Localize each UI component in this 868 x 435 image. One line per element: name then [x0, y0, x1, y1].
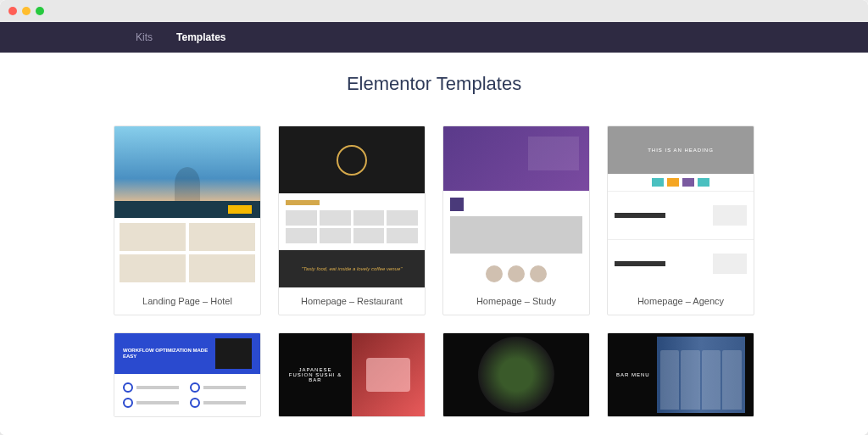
template-card-hotel[interactable]: Landing Page – Hotel	[114, 125, 261, 315]
template-card-restaurant[interactable]: "Tasty food, eat inside a lovely coffee …	[278, 125, 426, 315]
template-card-study[interactable]: Homepage – Study	[442, 125, 590, 315]
template-grid: Landing Page – Hotel "Tasty food, eat in…	[0, 125, 868, 434]
template-thumbnail: "Tasty food, eat inside a lovely coffee …	[279, 126, 425, 287]
template-card-bar[interactable]: BAR MENU	[607, 332, 754, 417]
template-label: Homepage – Agency	[608, 287, 754, 315]
template-card-chef[interactable]: CHEF'S MENU	[442, 332, 590, 417]
template-card-sushi[interactable]: JAPANESE FUSION SUSHI & BAR	[278, 332, 426, 417]
template-label: Homepage – Study	[443, 287, 589, 315]
template-thumbnail: THIS IS AN HEADING	[608, 126, 754, 287]
template-label: Homepage – Restaurant	[279, 287, 425, 315]
top-nav: Kits Templates	[0, 22, 868, 53]
minimize-icon[interactable]	[22, 7, 31, 15]
template-thumbnail	[443, 126, 589, 287]
template-thumbnail: WORKFLOW OPTIMIZATION MADE EASY	[114, 333, 260, 416]
browser-chrome	[0, 0, 868, 22]
nav-kits[interactable]: Kits	[136, 31, 153, 43]
app-window: Kits Templates Elementor Templates Landi…	[0, 0, 868, 435]
template-thumbnail: JAPANESE FUSION SUSHI & BAR	[279, 333, 425, 416]
template-thumbnail	[114, 126, 260, 287]
template-card-workflow[interactable]: WORKFLOW OPTIMIZATION MADE EASY	[114, 332, 261, 417]
maximize-icon[interactable]	[36, 7, 44, 15]
close-icon[interactable]	[8, 7, 17, 15]
nav-templates[interactable]: Templates	[176, 31, 225, 43]
template-card-agency[interactable]: THIS IS AN HEADING Homepage – Agency	[607, 125, 754, 315]
template-thumbnail: BAR MENU	[608, 333, 754, 416]
template-thumbnail: CHEF'S MENU	[443, 333, 589, 416]
page-title: Elementor Templates	[0, 73, 868, 95]
template-label: Landing Page – Hotel	[114, 287, 260, 315]
content-area: Elementor Templates Landing Page – Hotel	[0, 53, 868, 435]
